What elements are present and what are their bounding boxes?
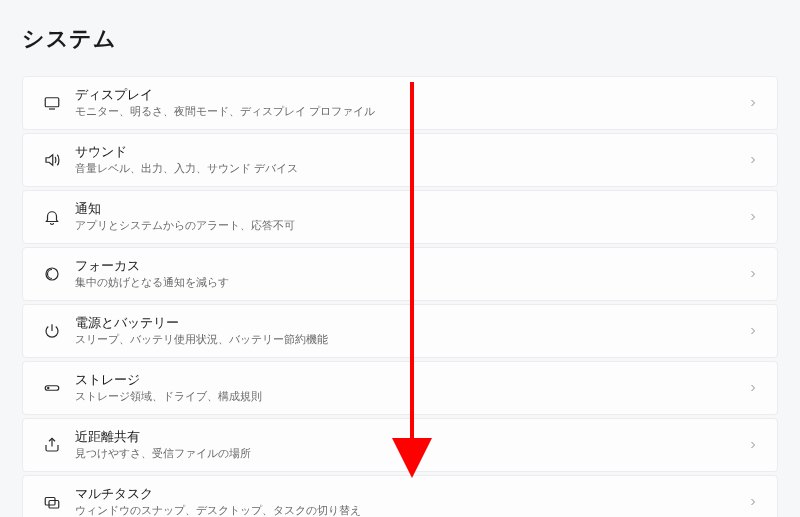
chevron-right-icon: [743, 211, 763, 223]
power-icon: [35, 322, 69, 340]
settings-list: ディスプレイ モニター、明るさ、夜間モード、ディスプレイ プロファイル サウンド…: [22, 76, 778, 517]
setting-item-subtitle: モニター、明るさ、夜間モード、ディスプレイ プロファイル: [75, 105, 743, 119]
svg-rect-0: [45, 98, 59, 107]
sound-icon: [35, 151, 69, 169]
setting-item-nearby-share[interactable]: 近距離共有 見つけやすさ、受信ファイルの場所: [22, 418, 778, 472]
focus-icon: [35, 265, 69, 283]
setting-item-title: フォーカス: [75, 258, 743, 274]
setting-item-subtitle: 見つけやすさ、受信ファイルの場所: [75, 447, 743, 461]
share-icon: [35, 436, 69, 454]
setting-item-sound[interactable]: サウンド 音量レベル、出力、入力、サウンド デバイス: [22, 133, 778, 187]
setting-item-subtitle: 集中の妨げとなる通知を減らす: [75, 276, 743, 290]
page-title: システム: [22, 24, 778, 54]
setting-item-subtitle: ウィンドウのスナップ、デスクトップ、タスクの切り替え: [75, 504, 743, 517]
setting-item-texts: 電源とバッテリー スリープ、バッテリ使用状況、バッテリー節約機能: [69, 315, 743, 347]
setting-item-texts: ストレージ ストレージ領域、ドライブ、構成規則: [69, 372, 743, 404]
setting-item-title: ストレージ: [75, 372, 743, 388]
display-icon: [35, 94, 69, 112]
chevron-right-icon: [743, 325, 763, 337]
setting-item-title: 近距離共有: [75, 429, 743, 445]
setting-item-texts: マルチタスク ウィンドウのスナップ、デスクトップ、タスクの切り替え: [69, 486, 743, 517]
setting-item-title: マルチタスク: [75, 486, 743, 502]
setting-item-subtitle: スリープ、バッテリ使用状況、バッテリー節約機能: [75, 333, 743, 347]
setting-item-multitask[interactable]: マルチタスク ウィンドウのスナップ、デスクトップ、タスクの切り替え: [22, 475, 778, 517]
setting-item-texts: フォーカス 集中の妨げとなる通知を減らす: [69, 258, 743, 290]
bell-icon: [35, 208, 69, 226]
setting-item-subtitle: ストレージ領域、ドライブ、構成規則: [75, 390, 743, 404]
storage-icon: [35, 379, 69, 397]
chevron-right-icon: [743, 268, 763, 280]
setting-item-notifications[interactable]: 通知 アプリとシステムからのアラート、応答不可: [22, 190, 778, 244]
setting-item-texts: 通知 アプリとシステムからのアラート、応答不可: [69, 201, 743, 233]
setting-item-title: サウンド: [75, 144, 743, 160]
setting-item-texts: 近距離共有 見つけやすさ、受信ファイルの場所: [69, 429, 743, 461]
svg-point-3: [48, 387, 49, 388]
svg-rect-5: [49, 501, 59, 509]
setting-item-title: 電源とバッテリー: [75, 315, 743, 331]
setting-item-title: ディスプレイ: [75, 87, 743, 103]
setting-item-texts: サウンド 音量レベル、出力、入力、サウンド デバイス: [69, 144, 743, 176]
setting-item-storage[interactable]: ストレージ ストレージ領域、ドライブ、構成規則: [22, 361, 778, 415]
chevron-right-icon: [743, 439, 763, 451]
svg-rect-4: [45, 498, 55, 506]
setting-item-title: 通知: [75, 201, 743, 217]
setting-item-texts: ディスプレイ モニター、明るさ、夜間モード、ディスプレイ プロファイル: [69, 87, 743, 119]
chevron-right-icon: [743, 382, 763, 394]
setting-item-power[interactable]: 電源とバッテリー スリープ、バッテリ使用状況、バッテリー節約機能: [22, 304, 778, 358]
chevron-right-icon: [743, 154, 763, 166]
chevron-right-icon: [743, 496, 763, 508]
multitask-icon: [35, 493, 69, 511]
chevron-right-icon: [743, 97, 763, 109]
setting-item-focus[interactable]: フォーカス 集中の妨げとなる通知を減らす: [22, 247, 778, 301]
setting-item-subtitle: 音量レベル、出力、入力、サウンド デバイス: [75, 162, 743, 176]
setting-item-subtitle: アプリとシステムからのアラート、応答不可: [75, 219, 743, 233]
setting-item-display[interactable]: ディスプレイ モニター、明るさ、夜間モード、ディスプレイ プロファイル: [22, 76, 778, 130]
